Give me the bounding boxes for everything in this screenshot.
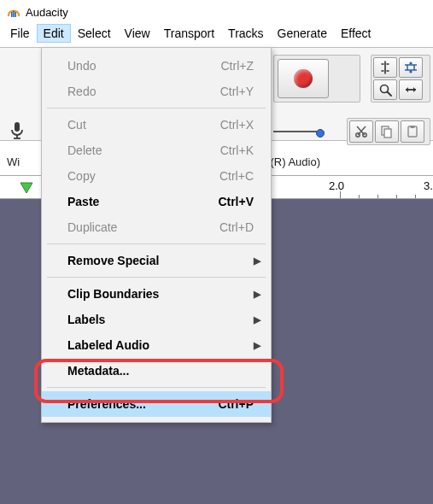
menu-item-label: Duplicate <box>67 220 117 234</box>
menu-clip-boundaries[interactable]: Clip Boundaries ▶ <box>42 281 271 307</box>
menu-labels[interactable]: Labels ▶ <box>42 307 271 332</box>
svg-line-11 <box>357 126 365 135</box>
record-button[interactable] <box>278 59 329 98</box>
timeshift-tool[interactable] <box>399 79 423 100</box>
title-bar: Audacity <box>0 0 433 22</box>
submenu-arrow-icon: ▶ <box>254 289 260 300</box>
menu-item-label: Metadata... <box>67 364 129 378</box>
record-icon <box>294 69 313 88</box>
cut-tool[interactable] <box>349 120 373 143</box>
svg-rect-18 <box>15 122 20 132</box>
svg-rect-14 <box>408 126 417 137</box>
host-label-fragment: Wi <box>7 155 20 168</box>
svg-rect-12 <box>382 126 389 135</box>
menu-bar: File Edit Select View Transport Tracks G… <box>0 22 433 44</box>
menu-item-label: Cut <box>67 118 86 132</box>
menu-item-label: Labels <box>67 313 105 326</box>
svg-point-17 <box>317 130 325 138</box>
menu-separator <box>47 243 266 244</box>
menu-preferences[interactable]: Preferences... Ctrl+P <box>42 391 271 417</box>
menu-item-shortcut: Ctrl+Y <box>220 85 254 98</box>
menu-cut[interactable]: Cut Ctrl+X <box>42 112 271 138</box>
menu-duplicate[interactable]: Duplicate Ctrl+D <box>42 214 271 240</box>
menu-item-shortcut: Ctrl+V <box>218 195 254 208</box>
menu-edit[interactable]: Edit <box>37 24 71 43</box>
envelope-tool[interactable] <box>399 57 423 78</box>
svg-rect-13 <box>384 129 391 138</box>
menu-item-label: Remove Special <box>67 254 159 267</box>
menu-item-label: Labeled Audio <box>67 338 149 352</box>
svg-line-6 <box>388 92 392 97</box>
menu-separator <box>47 277 266 278</box>
menu-item-label: Copy <box>67 169 96 183</box>
menu-item-label: Preferences... <box>67 397 146 411</box>
menu-file[interactable]: File <box>3 24 37 43</box>
menu-separator <box>47 387 266 388</box>
copy-tool[interactable] <box>375 120 399 143</box>
menu-item-label: Paste <box>67 195 99 208</box>
svg-rect-15 <box>411 126 415 128</box>
window-title: Audacity <box>26 6 68 19</box>
menu-copy[interactable]: Copy Ctrl+C <box>42 163 271 189</box>
menu-item-shortcut: Ctrl+X <box>220 118 254 132</box>
playhead-marker-icon <box>19 181 34 197</box>
menu-labeled-audio[interactable]: Labeled Audio ▶ <box>42 332 271 358</box>
tools-toolbar <box>371 55 430 103</box>
menu-item-shortcut: Ctrl+D <box>219 220 254 234</box>
menu-item-shortcut: Ctrl+P <box>218 397 254 411</box>
selection-tool[interactable] <box>373 57 397 78</box>
mic-icon <box>7 120 31 144</box>
zoom-tool[interactable] <box>373 79 397 100</box>
menu-item-label: Delete <box>67 144 102 157</box>
svg-point-5 <box>381 85 389 93</box>
paste-tool[interactable] <box>401 120 424 143</box>
svg-point-4 <box>409 70 412 73</box>
meter-fragment <box>273 116 335 142</box>
svg-point-8 <box>356 133 360 137</box>
menu-item-label: Clip Boundaries <box>67 287 159 301</box>
menu-select[interactable]: Select <box>71 24 118 43</box>
menu-remove-special[interactable]: Remove Special ▶ <box>42 248 271 273</box>
menu-item-label: Redo <box>67 85 96 98</box>
svg-point-9 <box>363 133 366 137</box>
edit-menu-dropdown: Undo Ctrl+Z Redo Ctrl+Y Cut Ctrl+X Delet… <box>41 47 272 423</box>
transport-toolbar-fragment <box>273 55 360 103</box>
menu-transport[interactable]: Transport <box>157 24 221 43</box>
submenu-arrow-icon: ▶ <box>254 255 260 267</box>
menu-generate[interactable]: Generate <box>271 24 334 43</box>
svg-point-3 <box>409 62 412 64</box>
svg-line-10 <box>358 126 366 135</box>
menu-paste[interactable]: Paste Ctrl+V <box>42 189 271 214</box>
menu-delete[interactable]: Delete Ctrl+K <box>42 138 271 163</box>
svg-rect-1 <box>13 11 15 18</box>
svg-rect-0 <box>11 12 13 17</box>
input-device-fragment: k(R) Audio) <box>265 155 320 168</box>
edit-toolbar <box>347 118 430 145</box>
ruler-tick: 2.0 <box>329 179 344 192</box>
menu-undo[interactable]: Undo Ctrl+Z <box>42 53 271 79</box>
ruler-tick: 3. <box>424 179 433 192</box>
svg-rect-2 <box>15 12 16 17</box>
submenu-arrow-icon: ▶ <box>254 340 260 351</box>
submenu-arrow-icon: ▶ <box>254 314 260 325</box>
menu-separator <box>47 108 266 108</box>
menu-item-shortcut: Ctrl+Z <box>221 59 255 73</box>
menu-metadata[interactable]: Metadata... <box>42 358 271 384</box>
menu-tracks[interactable]: Tracks <box>221 24 270 43</box>
audacity-logo-icon <box>7 5 20 19</box>
menu-view[interactable]: View <box>118 24 157 43</box>
menu-redo[interactable]: Redo Ctrl+Y <box>42 79 271 104</box>
menu-item-shortcut: Ctrl+C <box>219 169 254 183</box>
menu-item-label: Undo <box>67 59 96 73</box>
menu-item-shortcut: Ctrl+K <box>220 144 254 157</box>
menu-effect[interactable]: Effect <box>334 24 378 43</box>
